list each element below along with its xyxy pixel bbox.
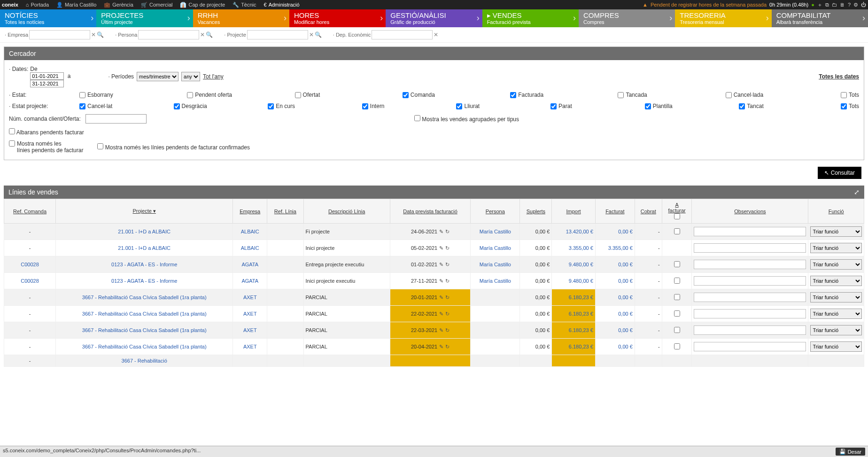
estat-tots-checkbox[interactable]: [841, 92, 847, 98]
checkbox[interactable]: [403, 92, 409, 98]
search-icon[interactable]: 🔍: [206, 31, 213, 38]
import-link[interactable]: 6.180,23 €: [569, 327, 593, 333]
topbar-item-portada[interactable]: ⌂ Portada: [26, 2, 49, 8]
mostra-agrup-checkbox[interactable]: [414, 115, 420, 121]
history-icon[interactable]: ↻: [445, 262, 450, 268]
col-header[interactable]: Observacions: [692, 199, 808, 224]
clear-icon[interactable]: ✕: [309, 31, 314, 38]
empresa-link[interactable]: AGATA: [241, 262, 258, 267]
checkbox[interactable]: [79, 103, 85, 109]
persona-link[interactable]: María Castillo: [480, 245, 511, 251]
ref-link[interactable]: C00028: [21, 262, 39, 267]
history-icon[interactable]: ↻: [445, 327, 450, 333]
num-comanda-input[interactable]: [85, 114, 147, 124]
col-header[interactable]: Cobrat: [635, 199, 662, 224]
row-checkbox[interactable]: [674, 228, 680, 234]
project-link[interactable]: 3667 - Rehabilitació: [122, 358, 167, 364]
albarans-checkbox[interactable]: [9, 128, 15, 134]
select-all-checkbox[interactable]: [674, 213, 680, 219]
empresa-link[interactable]: AXET: [243, 294, 257, 300]
row-checkbox[interactable]: [674, 327, 680, 333]
nav-tab-hores[interactable]: HORESModificar hores›: [289, 9, 386, 27]
project-link[interactable]: 3667 - Rehabilitació Casa Cívica Sabadel…: [82, 311, 207, 317]
persona-link[interactable]: María Castillo: [480, 262, 511, 267]
col-header[interactable]: Descripció Línia: [303, 199, 390, 224]
import-link[interactable]: 6.180,23 €: [569, 294, 593, 300]
nav-tab-projectes[interactable]: PROJECTESÚltim projecte›: [96, 9, 193, 27]
date-to-input[interactable]: [30, 80, 64, 87]
check-cancel·lada[interactable]: Cancel·lada: [726, 92, 831, 98]
edit-icon[interactable]: ✎: [439, 344, 443, 350]
obs-input[interactable]: [694, 227, 806, 236]
mostra-nomes-checkbox[interactable]: [9, 140, 15, 147]
empresa-link[interactable]: ALBAIC: [241, 245, 259, 251]
check-en curs[interactable]: En curs: [268, 103, 360, 109]
empresa-link[interactable]: AXET: [243, 344, 257, 349]
project-link[interactable]: 3667 - Rehabilitació Casa Cívica Sabadel…: [82, 344, 207, 349]
persona-link[interactable]: María Castillo: [480, 278, 511, 284]
import-link[interactable]: 13.420,00 €: [566, 229, 593, 234]
col-header[interactable]: Afacturar: [662, 199, 692, 224]
estat-tots[interactable]: Tots: [841, 92, 859, 98]
filter-dep-input[interactable]: [372, 30, 433, 39]
empresa-link[interactable]: ALBAIC: [241, 229, 259, 234]
edit-icon[interactable]: ✎: [439, 262, 443, 268]
topbar-item-administració[interactable]: € Administració: [264, 2, 300, 8]
nav-tab-notcies[interactable]: NOTÍCIESTotes les notícies›: [0, 9, 96, 27]
funcio-select[interactable]: Triar funció: [810, 276, 862, 286]
col-header[interactable]: Import: [552, 199, 595, 224]
import-link[interactable]: 3.355,00 €: [569, 245, 593, 251]
project-link[interactable]: 21.001 - I+D a ALBAIC: [118, 229, 170, 234]
expand-icon[interactable]: ⤢: [854, 188, 860, 196]
row-checkbox[interactable]: [674, 261, 680, 267]
facturat-link[interactable]: 0,00 €: [618, 327, 633, 333]
checkbox[interactable]: [456, 103, 462, 109]
filter-persona-input[interactable]: [138, 30, 199, 39]
filter-projecte-input[interactable]: [247, 30, 308, 39]
copy-icon[interactable]: ⧉: [825, 2, 829, 8]
ref-link[interactable]: C00028: [21, 278, 39, 284]
totes-dates-link[interactable]: Totes les dates: [819, 73, 859, 80]
history-icon[interactable]: ↻: [445, 278, 450, 284]
history-icon[interactable]: ↻: [445, 245, 450, 251]
topbar-item-cap de projecte[interactable]: 👔 Cap de projecte: [180, 2, 225, 8]
facturat-link[interactable]: 0,00 €: [618, 262, 633, 267]
mostra-agrup[interactable]: Mostra les vendes agrupades per tipus: [414, 115, 519, 123]
col-header[interactable]: Projecte ▾: [56, 199, 233, 224]
col-header[interactable]: Data prevista facturació: [390, 199, 471, 224]
project-link[interactable]: 0123 - AGATA - ES - Informe: [111, 262, 177, 267]
row-checkbox[interactable]: [674, 343, 680, 349]
brand[interactable]: coneix: [2, 2, 18, 8]
obs-input[interactable]: [694, 342, 806, 351]
facturat-link[interactable]: 0,00 €: [618, 229, 633, 234]
obs-input[interactable]: [694, 260, 806, 269]
facturat-link[interactable]: 3.355,00 €: [608, 245, 633, 251]
edit-icon[interactable]: ✎: [439, 229, 443, 235]
project-link[interactable]: 3667 - Rehabilitació Casa Cívica Sabadel…: [82, 294, 207, 300]
mostra-nomes[interactable]: Mostra només les línies pendents de fact…: [9, 140, 83, 154]
nav-tab-rrhh[interactable]: RRHHVacances›: [193, 9, 289, 27]
history-icon[interactable]: ↻: [445, 294, 450, 301]
edit-icon[interactable]: ✎: [439, 327, 443, 333]
nav-tab-comptabilitat[interactable]: COMPTABILITATAlbarà transferència›: [772, 9, 868, 27]
folder-icon[interactable]: 🗀: [832, 2, 837, 8]
clear-icon[interactable]: ✕: [434, 31, 438, 38]
any-select[interactable]: any: [181, 72, 200, 81]
checkbox[interactable]: [362, 103, 368, 109]
funcio-select[interactable]: Triar funció: [810, 341, 862, 352]
checkbox[interactable]: [174, 103, 180, 109]
history-icon[interactable]: ↻: [445, 229, 450, 235]
col-header[interactable]: Funció: [808, 199, 864, 224]
topbar-item-gerència[interactable]: 💼 Gerència: [104, 2, 133, 8]
mostra-conf[interactable]: Mostra només les línies pendents de fact…: [97, 143, 250, 151]
obs-input[interactable]: [694, 293, 806, 302]
col-header[interactable]: Ref. Comanda: [4, 199, 56, 224]
edit-icon[interactable]: ✎: [439, 278, 443, 284]
topbar-item-tècnic[interactable]: 🔧 Tècnic: [232, 2, 256, 8]
check-tancat[interactable]: Tancat: [739, 103, 831, 109]
empresa-link[interactable]: AGATA: [241, 278, 258, 284]
gear-icon[interactable]: ⚙: [853, 2, 858, 8]
obs-input[interactable]: [694, 243, 806, 253]
check-parat[interactable]: Parat: [550, 103, 643, 109]
edit-icon[interactable]: ✎: [439, 294, 443, 301]
